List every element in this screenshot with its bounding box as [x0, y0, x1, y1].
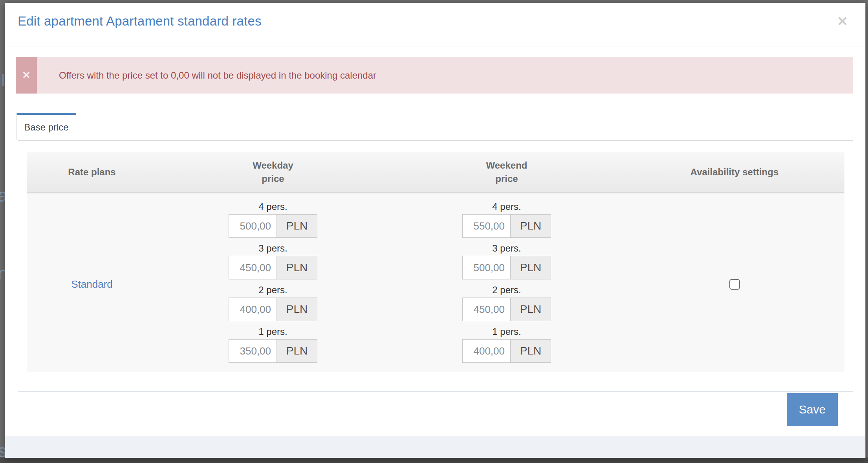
person-count-label: 1 pers.: [492, 326, 521, 338]
price-group: 2 pers. PLN: [462, 284, 551, 321]
header-line: price: [495, 172, 518, 186]
tab-label: Base price: [24, 122, 68, 133]
weekend-price-input-4pers[interactable]: [462, 214, 510, 238]
person-count-label: 2 pers.: [258, 284, 287, 296]
modal-close-button[interactable]: ✕: [834, 13, 851, 30]
weekday-price-input-2pers[interactable]: [229, 298, 277, 321]
availability-checkbox[interactable]: [729, 279, 740, 290]
modal-actions: Save: [5, 392, 865, 426]
currency-addon: PLN: [277, 214, 317, 238]
header-weekday-price: Weekday price: [157, 152, 389, 192]
background-page-bleed: il a n s: [0, 0, 5, 463]
person-count-label: 3 pers.: [492, 243, 521, 254]
background-text-fragment: s: [0, 440, 5, 461]
close-icon: ✕: [837, 14, 848, 29]
background-text-fragment: il: [0, 72, 5, 89]
header-line: Rate plans: [68, 165, 115, 179]
price-group: 3 pers. PLN: [462, 243, 551, 279]
currency-addon: PLN: [277, 339, 317, 363]
weekend-price-cell: 4 pers. PLN 3 pers. PLN: [389, 201, 624, 367]
price-zero-alert: ✕ Offers with the price set to 0,00 will…: [16, 57, 853, 94]
rates-table-header: Rate plans Weekday price Weekend price A…: [27, 152, 844, 193]
alert-dismiss-button[interactable]: ✕: [16, 57, 37, 94]
weekend-price-input-1pers[interactable]: [462, 339, 510, 363]
price-group: 1 pers. PLN: [229, 326, 317, 363]
currency-addon: PLN: [510, 214, 551, 238]
tab-bar: Base price: [16, 113, 865, 140]
dimmed-page-overlay: { "modal": { "title": "Edit apartment Ap…: [0, 0, 868, 463]
price-group: 4 pers. PLN: [229, 201, 317, 238]
weekday-price-input-3pers[interactable]: [229, 256, 277, 279]
save-button[interactable]: Save: [787, 393, 838, 426]
edit-rates-modal: Edit apartment Apartament standard rates…: [5, 3, 866, 458]
background-text-fragment: n: [0, 263, 5, 284]
currency-addon: PLN: [510, 298, 551, 321]
modal-header: Edit apartment Apartament standard rates…: [5, 3, 865, 46]
weekday-price-input-1pers[interactable]: [229, 339, 277, 363]
currency-addon: PLN: [277, 256, 317, 279]
person-count-label: 2 pers.: [492, 284, 521, 296]
price-group: 3 pers. PLN: [229, 243, 317, 279]
tab-base-price[interactable]: Base price: [16, 113, 76, 140]
price-group: 2 pers. PLN: [229, 284, 317, 321]
price-group: 1 pers. PLN: [462, 326, 551, 363]
header-availability-settings: Availability settings: [624, 152, 844, 192]
rates-panel: Rate plans Weekday price Weekend price A…: [18, 140, 853, 392]
header-line: Weekend: [486, 159, 527, 172]
header-rate-plans: Rate plans: [27, 152, 157, 192]
page-bottom-shade: [0, 457, 868, 463]
modal-footer: [5, 436, 865, 458]
header-line: Weekday: [253, 159, 293, 172]
person-count-label: 4 pers.: [258, 201, 287, 213]
person-count-label: 1 pers.: [258, 326, 287, 338]
alert-message: Offers with the price set to 0,00 will n…: [37, 57, 853, 94]
header-weekend-price: Weekend price: [389, 152, 624, 192]
weekend-price-input-2pers[interactable]: [462, 298, 510, 321]
person-count-label: 3 pers.: [258, 243, 287, 254]
currency-addon: PLN: [510, 339, 551, 363]
rate-plan-row: Standard 4 pers. PLN 3 pers.: [27, 193, 844, 372]
currency-addon: PLN: [277, 298, 317, 321]
header-line: Availability settings: [690, 165, 779, 179]
weekday-price-cell: 4 pers. PLN 3 pers. PLN: [157, 201, 389, 367]
rate-plan-link[interactable]: Standard: [71, 278, 113, 290]
rate-plan-cell: Standard: [27, 201, 157, 367]
availability-cell: [624, 201, 844, 367]
weekend-price-input-3pers[interactable]: [462, 256, 510, 279]
price-group: 4 pers. PLN: [462, 201, 551, 238]
background-text-fragment: a: [0, 185, 5, 206]
modal-title: Edit apartment Apartament standard rates: [18, 14, 262, 29]
header-line: price: [262, 172, 284, 186]
close-icon: ✕: [22, 69, 31, 81]
weekday-price-input-4pers[interactable]: [229, 214, 277, 238]
person-count-label: 4 pers.: [492, 201, 521, 213]
currency-addon: PLN: [510, 256, 551, 279]
